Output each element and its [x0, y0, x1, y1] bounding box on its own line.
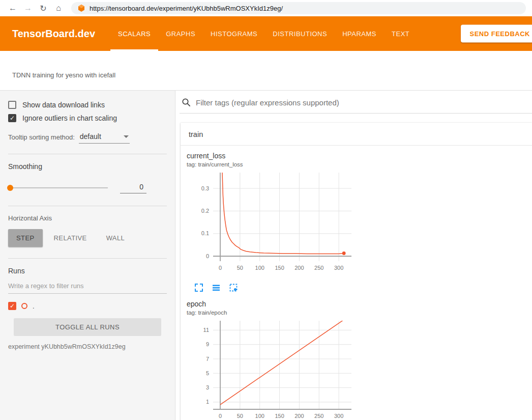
- axis-relative-button[interactable]: RELATIVE: [46, 229, 95, 247]
- chart-title: epoch: [187, 300, 354, 308]
- browser-chrome: ← → ↻ ⌂ https://tensorboard.dev/experime…: [0, 0, 532, 16]
- app-header: TensorBoard.dev SCALARS GRAPHS HISTOGRAM…: [0, 16, 532, 51]
- runs-label: Runs: [8, 267, 167, 275]
- svg-text:200: 200: [294, 265, 304, 271]
- svg-text:250: 250: [314, 265, 323, 271]
- svg-text:300: 300: [334, 413, 343, 419]
- smoothing-slider-knob[interactable]: [7, 185, 13, 191]
- tooltip-sorting-dropdown[interactable]: default: [79, 131, 130, 144]
- tab-distributions[interactable]: DISTRIBUTIONS: [265, 16, 335, 51]
- show-download-links-label: Show data download links: [22, 101, 105, 109]
- tab-scalars[interactable]: SCALARS: [110, 16, 158, 51]
- experiment-title: TDNN training for yesno with icefall: [12, 71, 115, 79]
- svg-text:50: 50: [237, 413, 243, 419]
- fit-to-data-icon[interactable]: [228, 283, 239, 293]
- scalars-main: train current_loss tag: train/current_lo…: [175, 91, 532, 420]
- runs-filter-input[interactable]: [8, 278, 167, 294]
- url-text: https://tensorboard.dev/experiment/yKUbh…: [90, 5, 283, 12]
- horizontal-axis-label: Horizontal Axis: [8, 214, 167, 222]
- show-download-links-checkbox[interactable]: [8, 101, 16, 109]
- tab-graphs[interactable]: GRAPHS: [158, 16, 203, 51]
- toggle-all-runs-button[interactable]: TOGGLE ALL RUNS: [14, 318, 161, 336]
- run-color-swatch-icon: [21, 303, 27, 309]
- chevron-down-icon: [124, 135, 129, 138]
- svg-text:0: 0: [206, 253, 209, 259]
- brand-logo[interactable]: TensorBoard.dev: [12, 28, 95, 40]
- tag-filter-input[interactable]: [196, 98, 528, 107]
- main-nav: SCALARS GRAPHS HISTOGRAMS DISTRIBUTIONS …: [110, 16, 417, 51]
- svg-text:0.2: 0.2: [201, 208, 209, 214]
- experiment-id-caption: experiment yKUbhb5wRmOSXYkId1z9eg: [8, 343, 167, 350]
- home-icon[interactable]: ⌂: [52, 2, 65, 15]
- line-chart[interactable]: 1357911050100150200250300: [187, 318, 354, 420]
- svg-text:200: 200: [294, 413, 304, 419]
- expand-icon[interactable]: [194, 283, 204, 293]
- svg-text:9: 9: [206, 341, 209, 347]
- subheader: TDNN training for yesno with icefall: [0, 51, 532, 91]
- forward-icon[interactable]: →: [21, 2, 35, 15]
- ignore-outliers-label: Ignore outliers in chart scaling: [22, 114, 117, 122]
- tag-filter-row: [180, 94, 532, 114]
- tab-text[interactable]: TEXT: [384, 16, 417, 51]
- chart-card-current-loss: current_loss tag: train/current_loss 00.…: [187, 152, 354, 293]
- tooltip-sorting-label: Tooltip sorting method:: [8, 133, 75, 144]
- svg-text:300: 300: [334, 265, 343, 271]
- svg-text:11: 11: [203, 327, 209, 333]
- svg-text:250: 250: [314, 413, 323, 419]
- svg-text:1: 1: [206, 399, 209, 405]
- run-name: .: [33, 302, 35, 310]
- tooltip-sorting-value: default: [80, 132, 101, 141]
- svg-text:5: 5: [206, 370, 209, 376]
- tab-histograms[interactable]: HISTOGRAMS: [203, 16, 265, 51]
- svg-text:0.3: 0.3: [201, 185, 209, 191]
- search-icon: [182, 98, 191, 107]
- charts-grid: current_loss tag: train/current_loss 00.…: [181, 146, 532, 420]
- chart-tag: tag: train/epoch: [187, 310, 354, 316]
- tensorboard-favicon-icon: [77, 4, 85, 12]
- url-bar[interactable]: https://tensorboard.dev/experiment/yKUbh…: [71, 2, 526, 14]
- smoothing-label: Smoothing: [8, 162, 167, 171]
- ignore-outliers-checkbox[interactable]: [8, 114, 16, 122]
- tab-hparams[interactable]: HPARAMS: [335, 16, 384, 51]
- back-icon[interactable]: ←: [6, 2, 19, 15]
- chart-toolbar: [187, 283, 354, 293]
- chart-title: current_loss: [187, 152, 354, 160]
- svg-text:100: 100: [255, 265, 264, 271]
- run-checkbox[interactable]: [8, 302, 16, 310]
- axis-wall-button[interactable]: WALL: [98, 229, 133, 247]
- svg-text:3: 3: [206, 384, 209, 390]
- send-feedback-button[interactable]: SEND FEEDBACK: [461, 25, 532, 43]
- svg-text:50: 50: [237, 265, 243, 271]
- train-group-card: train current_loss tag: train/current_lo…: [181, 123, 532, 420]
- axis-step-button[interactable]: STEP: [8, 229, 43, 247]
- smoothing-slider[interactable]: [8, 187, 108, 188]
- svg-text:0: 0: [219, 265, 222, 271]
- svg-text:150: 150: [275, 265, 284, 271]
- svg-text:0: 0: [219, 413, 222, 419]
- data-list-icon[interactable]: [211, 283, 221, 293]
- group-title[interactable]: train: [181, 123, 532, 146]
- reload-icon[interactable]: ↻: [37, 2, 50, 15]
- line-chart[interactable]: 00.10.20.3050100150200250300: [187, 170, 354, 281]
- settings-sidebar: Show data download links Ignore outliers…: [0, 91, 175, 420]
- svg-text:150: 150: [275, 413, 284, 419]
- chart-card-epoch: epoch tag: train/epoch 13579110501001502…: [187, 300, 354, 420]
- svg-text:100: 100: [255, 413, 264, 419]
- smoothing-value-input[interactable]: [120, 182, 146, 193]
- svg-text:7: 7: [206, 356, 209, 362]
- chart-tag: tag: train/current_loss: [187, 161, 354, 167]
- run-row: .: [8, 302, 167, 310]
- svg-text:0.1: 0.1: [201, 230, 209, 236]
